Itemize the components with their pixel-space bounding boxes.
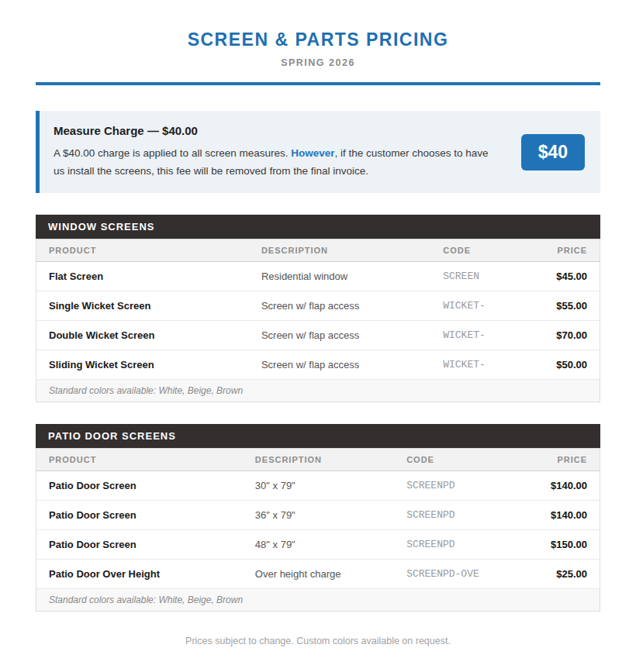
product-description: Screen w/ flap access	[249, 350, 430, 380]
product-description: Over height charge	[243, 560, 394, 589]
table-row: Sliding Wicket Screen Screen w/ flap acc…	[36, 350, 600, 380]
product-description: Screen w/ flap access	[249, 291, 430, 321]
product-name: Patio Door Screen	[36, 471, 243, 501]
column-header-description: DESCRIPTION	[249, 240, 430, 262]
table-header-row: PRODUCT DESCRIPTION CODE PRICE	[36, 449, 600, 471]
section-patio-door-screens: PATIO DOOR SCREENS PRODUCT DESCRIPTION C…	[36, 424, 600, 612]
product-price: $55.00	[514, 291, 600, 321]
measure-charge-highlight: However	[291, 147, 334, 159]
section-window-screens: WINDOW SCREENS PRODUCT DESCRIPTION CODE …	[36, 215, 600, 402]
product-price: $150.00	[514, 530, 600, 560]
measure-charge-badge: $40	[521, 134, 585, 171]
product-code: SCREENPD	[394, 471, 514, 501]
column-header-code: CODE	[394, 449, 514, 471]
window-screens-table: PRODUCT DESCRIPTION CODE PRICE Flat Scre…	[36, 239, 600, 402]
measure-charge-body: A $40.00 charge is applied to all screen…	[54, 144, 499, 180]
page-subtitle: SPRING 2026	[36, 57, 600, 68]
product-description: Residential window	[249, 262, 430, 291]
product-price: $45.00	[514, 262, 600, 291]
table-row: Patio Door Screen 36" x 79" SCREENPD $14…	[36, 501, 600, 530]
column-header-price: PRICE	[514, 449, 600, 471]
pricing-sheet: SCREEN & PARTS PRICING SPRING 2026 Measu…	[0, 0, 636, 646]
patio-door-screens-table: PRODUCT DESCRIPTION CODE PRICE Patio Doo…	[36, 448, 600, 612]
product-price: $140.00	[514, 471, 600, 501]
table-row: Patio Door Screen 30" x 79" SCREENPD $14…	[36, 471, 600, 501]
table-footnote-row: Standard colors available: White, Beige,…	[36, 380, 600, 402]
measure-charge-text: Measure Charge — $40.00 A $40.00 charge …	[54, 124, 521, 180]
document-header: SCREEN & PARTS PRICING SPRING 2026	[36, 29, 600, 68]
column-header-product: PRODUCT	[36, 449, 243, 471]
product-price: $50.00	[514, 350, 600, 380]
table-row: Patio Door Over Height Over height charg…	[36, 560, 600, 589]
table-header-row: PRODUCT DESCRIPTION CODE PRICE	[36, 240, 600, 262]
header-divider	[36, 82, 600, 85]
product-name: Patio Door Over Height	[36, 560, 243, 589]
product-code: SCREEN	[430, 262, 514, 291]
table-footnote: Standard colors available: White, Beige,…	[36, 380, 600, 402]
product-price: $70.00	[514, 321, 600, 350]
table-row: Flat Screen Residential window SCREEN $4…	[36, 262, 600, 291]
product-name: Flat Screen	[36, 262, 249, 291]
product-code: SCREENPD	[394, 530, 514, 560]
measure-charge-body-start: A $40.00 charge is applied to all screen…	[54, 147, 291, 159]
product-description: 36" x 79"	[243, 501, 394, 530]
column-header-code: CODE	[430, 240, 514, 262]
table-row: Single Wicket Screen Screen w/ flap acce…	[36, 291, 600, 321]
section-title-window-screens: WINDOW SCREENS	[36, 215, 600, 239]
product-name: Patio Door Screen	[36, 501, 243, 530]
product-description: Screen w/ flap access	[249, 321, 430, 350]
column-header-product: PRODUCT	[36, 240, 249, 262]
product-name: Patio Door Screen	[36, 530, 243, 560]
product-name: Single Wicket Screen	[36, 291, 249, 321]
product-description: 48" x 79"	[243, 530, 394, 560]
footer-note: Prices subject to change. Custom colors …	[36, 636, 600, 646]
product-price: $140.00	[514, 501, 600, 530]
product-code: WICKET-	[430, 291, 514, 321]
table-footnote: Standard colors available: White, Beige,…	[36, 589, 600, 612]
measure-charge-title: Measure Charge — $40.00	[54, 124, 499, 137]
table-row: Double Wicket Screen Screen w/ flap acce…	[36, 321, 600, 350]
column-header-price: PRICE	[514, 240, 600, 262]
product-description: 30" x 79"	[243, 471, 394, 501]
column-header-description: DESCRIPTION	[243, 449, 394, 471]
page-title: SCREEN & PARTS PRICING	[36, 29, 600, 50]
product-name: Double Wicket Screen	[36, 321, 249, 350]
table-row: Patio Door Screen 48" x 79" SCREENPD $15…	[36, 530, 600, 560]
product-code: WICKET-	[430, 321, 514, 350]
section-title-patio-door-screens: PATIO DOOR SCREENS	[36, 424, 600, 448]
product-code: SCREENPD	[394, 501, 514, 530]
product-code: WICKET-	[430, 350, 514, 380]
product-name: Sliding Wicket Screen	[36, 350, 249, 380]
measure-charge-callout: Measure Charge — $40.00 A $40.00 charge …	[36, 111, 600, 193]
product-price: $25.00	[514, 560, 600, 589]
product-code: SCREENPD-OVE	[394, 560, 514, 589]
table-footnote-row: Standard colors available: White, Beige,…	[36, 589, 600, 612]
